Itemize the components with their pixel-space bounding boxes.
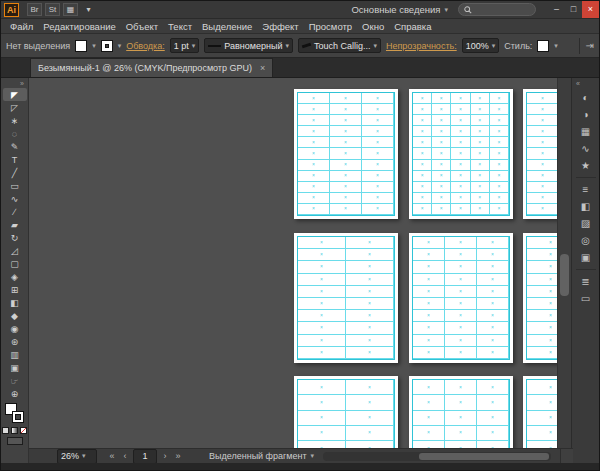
- brushes-panel-icon[interactable]: ∿: [575, 141, 597, 156]
- stroke-color-swatch[interactable]: [12, 411, 24, 423]
- status-arrow-icon[interactable]: ▾: [311, 452, 315, 460]
- menu-item-5[interactable]: Выделение: [197, 21, 257, 32]
- maximize-button[interactable]: □: [565, 1, 582, 18]
- close-button[interactable]: ×: [582, 1, 599, 18]
- selection-tool[interactable]: ◤: [3, 88, 27, 101]
- bridge-icon[interactable]: Br: [27, 3, 42, 16]
- artboard-4[interactable]: ××××××××××××××××××××: [294, 233, 398, 363]
- zoom-field[interactable]: 26% ▾: [57, 449, 97, 464]
- panel-dock-icon[interactable]: ⇥: [586, 40, 594, 51]
- type-tool[interactable]: T: [3, 153, 27, 166]
- horizontal-scrollbar-thumb[interactable]: [419, 453, 549, 460]
- minimize-button[interactable]: –: [548, 1, 565, 18]
- artboard-7[interactable]: ××××××××××××××××: [294, 376, 398, 448]
- document-tab[interactable]: Безымянный-1 @ 26% (CMYK/Предпросмотр GP…: [30, 58, 273, 77]
- menu-item-6[interactable]: Эффект: [257, 21, 303, 32]
- menu-item-4[interactable]: Текст: [163, 21, 197, 32]
- workspace-switcher[interactable]: Основные сведения ▾: [345, 4, 454, 15]
- transparency-panel-icon[interactable]: ▨: [575, 216, 597, 231]
- layers-panel-icon[interactable]: ≣: [575, 274, 597, 289]
- paintbrush-tool[interactable]: ∿: [3, 192, 27, 205]
- direct-selection-tool[interactable]: ◸: [3, 101, 27, 114]
- opacity-field[interactable]: 100% ▾: [462, 38, 500, 53]
- opacity-link[interactable]: Непрозрачность:: [386, 41, 457, 51]
- fill-swatch[interactable]: [75, 40, 87, 52]
- shape-builder-tool[interactable]: ◈: [3, 270, 27, 283]
- rectangle-tool[interactable]: ▭: [3, 179, 27, 192]
- perspective-grid-tool[interactable]: ⊞: [3, 283, 27, 296]
- first-artboard-button[interactable]: «: [107, 451, 117, 461]
- style-swatch[interactable]: [537, 40, 549, 52]
- appearance-panel-icon[interactable]: ◎: [575, 233, 597, 248]
- hand-tool[interactable]: ☞: [3, 374, 27, 387]
- artboard-5[interactable]: ××××××××××××××××××××××××××××××: [409, 233, 513, 363]
- status-indicator[interactable]: Выделенный фрагмент ▾: [209, 451, 314, 461]
- search-box[interactable]: [458, 3, 536, 16]
- magic-wand-tool[interactable]: ∗: [3, 114, 27, 127]
- brush-dropdown[interactable]: Touch Callig... ▾: [298, 38, 381, 53]
- artboard-2[interactable]: ××××××××××××××××××××××××××××××××××××××××…: [409, 89, 513, 219]
- line-segment-tool[interactable]: ╱: [3, 166, 27, 179]
- zoom-arrow-icon[interactable]: ▾: [82, 452, 86, 460]
- menu-item-3[interactable]: Объект: [121, 21, 163, 32]
- toolbar-collapse-icon[interactable]: »: [20, 79, 28, 88]
- stroke-panel-icon[interactable]: ≡: [575, 182, 597, 197]
- arrange-documents-icon[interactable]: ▦: [63, 3, 78, 16]
- artboard-9[interactable]: ××××××××××××××××: [523, 376, 559, 448]
- next-artboard-button[interactable]: ›: [160, 451, 170, 461]
- arrange-documents-arrow-icon[interactable]: ▾: [81, 3, 96, 16]
- previous-artboard-button[interactable]: ‹: [120, 451, 130, 461]
- free-transform-tool[interactable]: ▢: [3, 257, 27, 270]
- swatches-panel-icon[interactable]: ▦: [575, 124, 597, 139]
- last-artboard-button[interactable]: »: [173, 451, 183, 461]
- stroke-swatch[interactable]: [101, 40, 113, 52]
- color-guide-panel-icon[interactable]: ◑: [575, 107, 597, 122]
- pen-tool[interactable]: ✎: [3, 140, 27, 153]
- stroke-weight-field[interactable]: 1 pt ▾: [170, 38, 200, 53]
- screen-mode-button[interactable]: [7, 437, 23, 445]
- menu-item-1[interactable]: Файл: [5, 21, 38, 32]
- symbol-sprayer-tool[interactable]: ⊛: [3, 335, 27, 348]
- artboard-1[interactable]: ×××××××××××××××××××××××××××××××××: [294, 89, 398, 219]
- eyedropper-tool[interactable]: ◆: [3, 309, 27, 322]
- menu-item-9[interactable]: Справка: [389, 21, 436, 32]
- fill-stroke-widget[interactable]: [3, 402, 27, 426]
- dock-expand-icon[interactable]: «: [572, 79, 580, 88]
- gradient-panel-icon[interactable]: ◧: [575, 199, 597, 214]
- horizontal-scrollbar[interactable]: [323, 452, 551, 461]
- gradient-mode-button[interactable]: [11, 427, 18, 434]
- menu-item-8[interactable]: Окно: [357, 21, 389, 32]
- vertical-scrollbar-thumb[interactable]: [560, 254, 569, 296]
- eraser-tool[interactable]: ▰: [3, 218, 27, 231]
- artboard-number-field[interactable]: 1: [133, 449, 157, 464]
- graphic-styles-panel-icon[interactable]: ▣: [575, 250, 597, 265]
- opacity-arrow-icon[interactable]: ▾: [492, 42, 496, 50]
- stroke-link[interactable]: Обводка:: [126, 41, 165, 51]
- none-mode-button[interactable]: [20, 427, 27, 434]
- zoom-tool[interactable]: ⊕: [3, 387, 27, 400]
- stroke-weight-arrow-icon[interactable]: ▾: [192, 42, 196, 50]
- fill-swatch-arrow-icon[interactable]: ▾: [92, 42, 96, 50]
- color-panel-icon[interactable]: ◐: [575, 90, 597, 105]
- stroke-profile-dropdown[interactable]: Равномерный ▾: [204, 38, 293, 53]
- lasso-tool[interactable]: ◌: [3, 127, 27, 140]
- column-graph-tool[interactable]: ▥: [3, 348, 27, 361]
- search-input[interactable]: [475, 5, 530, 14]
- gradient-tool[interactable]: ◧: [3, 296, 27, 309]
- menu-item-2[interactable]: Редактирование: [38, 21, 120, 32]
- rotate-tool[interactable]: ↻: [3, 231, 27, 244]
- color-mode-button[interactable]: [2, 427, 9, 434]
- artboard-3[interactable]: ×××××××××××××××××××××××××××××××××: [523, 89, 559, 219]
- vertical-scrollbar[interactable]: [557, 78, 571, 448]
- pencil-tool[interactable]: ∕: [3, 205, 27, 218]
- symbols-panel-icon[interactable]: ★: [575, 158, 597, 173]
- tab-close-icon[interactable]: ×: [260, 63, 265, 73]
- artboard-8[interactable]: ××××××××××××××××××××××××: [409, 376, 513, 448]
- stock-icon[interactable]: St: [45, 3, 60, 16]
- artboard-tool[interactable]: ▣: [3, 361, 27, 374]
- menu-item-7[interactable]: Просмотр: [304, 21, 357, 32]
- artboard-6[interactable]: ××××××××××××××××××××: [523, 233, 559, 363]
- artboards-panel-icon[interactable]: ▭: [575, 291, 597, 306]
- style-arrow-icon[interactable]: ▾: [554, 42, 558, 50]
- blend-tool[interactable]: ◉: [3, 322, 27, 335]
